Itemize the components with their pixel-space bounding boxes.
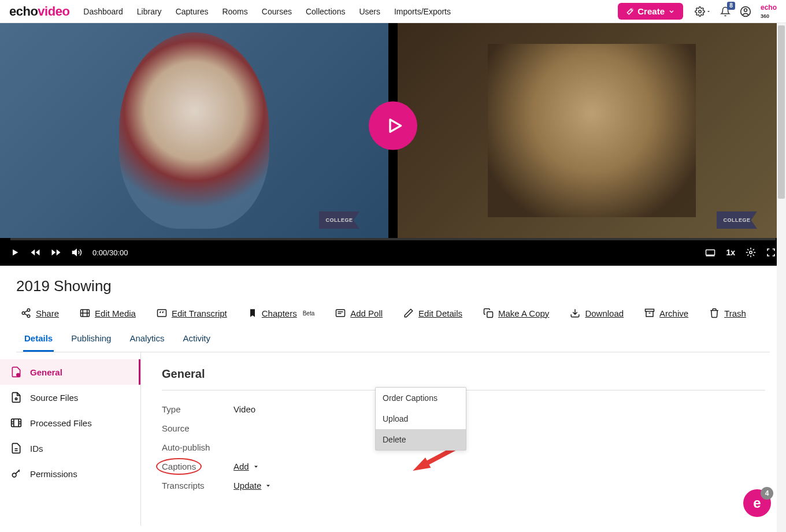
sidebar-item-source-files[interactable]: Source Files [0, 385, 140, 410]
tabs: Details Publishing Analytics Activity [16, 329, 770, 352]
svg-rect-27 [646, 309, 654, 311]
bookmark-icon [248, 308, 257, 318]
row-transcripts: Transcripts Update [162, 476, 765, 495]
popup-order-captions[interactable]: Order Captions [376, 388, 466, 408]
trash-icon [709, 308, 720, 318]
action-share[interactable]: Share [21, 308, 59, 318]
help-count: 4 [761, 487, 773, 500]
notif-badge: 8 [727, 2, 735, 10]
key-source: Source [162, 423, 233, 433]
key-autopublish: Auto-publish [162, 442, 233, 452]
pencil-icon [403, 308, 414, 318]
nav-captures[interactable]: Captures [176, 7, 209, 16]
pennant-left: COLLEGE [319, 211, 359, 229]
svg-rect-31 [12, 419, 21, 426]
svg-marker-8 [52, 250, 56, 256]
play-icon [385, 117, 404, 135]
share-icon [21, 308, 31, 318]
create-label: Create [637, 6, 665, 16]
action-edit-transcript[interactable]: Edit Transcript [157, 308, 227, 318]
svg-point-12 [750, 251, 752, 254]
action-edit-media[interactable]: Edit Media [80, 308, 136, 318]
svg-line-16 [24, 311, 27, 312]
echo360-logo[interactable]: echo360 [761, 3, 777, 20]
archive-icon [644, 308, 655, 318]
tab-publishing[interactable]: Publishing [70, 329, 112, 352]
svg-marker-7 [57, 250, 61, 256]
action-add-poll[interactable]: Add Poll [335, 308, 383, 318]
video-pane-right[interactable]: COLLEGE [398, 23, 786, 238]
sidebar-item-label: Permissions [30, 469, 77, 479]
forward-icon[interactable] [51, 247, 61, 258]
logo-part1: echo [9, 4, 38, 18]
video-player: COLLEGE COLLEGE 0:00/30:00 1x [0, 23, 786, 266]
chevron-down-icon [265, 482, 272, 489]
action-archive[interactable]: Archive [644, 308, 688, 318]
action-chapters[interactable]: ChaptersBeta [248, 308, 314, 318]
transcripts-update-link[interactable]: Update [233, 481, 272, 490]
sidebar-item-permissions[interactable]: Permissions [0, 461, 140, 486]
panel-title: General [162, 367, 765, 381]
nav-users[interactable]: Users [359, 7, 380, 16]
bell-icon[interactable]: 8 [720, 6, 731, 17]
captions-add-link[interactable]: Add [233, 462, 259, 471]
nav-courses[interactable]: Courses [262, 7, 292, 16]
settings-icon[interactable] [746, 247, 756, 258]
layout-icon[interactable] [705, 247, 715, 258]
action-edit-details[interactable]: Edit Details [403, 308, 462, 318]
key-icon [10, 468, 22, 479]
fullscreen-icon[interactable] [766, 248, 776, 257]
speed-display[interactable]: 1x [726, 248, 735, 257]
svg-marker-4 [13, 250, 18, 256]
sidebar-item-label: General [30, 367, 62, 377]
volume-icon[interactable] [72, 247, 82, 258]
action-make-copy[interactable]: Make A Copy [483, 308, 549, 318]
key-captions: Captions [162, 462, 233, 471]
rewind-icon[interactable] [30, 247, 40, 258]
logo[interactable]: echovideo [9, 4, 69, 19]
chevron-down-icon [668, 8, 675, 15]
file-icon [10, 392, 22, 403]
quote-icon [157, 308, 167, 318]
play-small-icon[interactable] [10, 248, 20, 257]
nav-collections[interactable]: Collections [306, 7, 345, 16]
svg-rect-22 [157, 310, 166, 317]
captions-dropdown: Order Captions Upload Delete [375, 387, 466, 451]
gear-icon[interactable] [695, 6, 711, 17]
svg-marker-3 [390, 120, 401, 132]
user-icon[interactable] [740, 6, 751, 17]
action-trash[interactable]: Trash [709, 308, 746, 318]
top-icons: 8 echo360 [695, 3, 777, 20]
sidebar-item-general[interactable]: i General [0, 359, 140, 385]
play-button[interactable] [369, 102, 417, 150]
download-icon [570, 308, 580, 318]
film-icon [80, 308, 90, 318]
video-pane-left[interactable]: COLLEGE [0, 23, 388, 238]
sidebar-item-processed-files[interactable]: Processed Files [0, 410, 140, 436]
nav-imports-exports[interactable]: Imports/Exports [394, 7, 451, 16]
nav-rooms[interactable]: Rooms [222, 7, 247, 16]
copy-icon [483, 308, 494, 318]
scrollbar[interactable] [777, 23, 786, 526]
svg-point-30 [15, 398, 17, 400]
progress-bar[interactable] [10, 238, 776, 240]
action-row: Share Edit Media Edit Transcript Chapter… [16, 308, 770, 318]
video-thumb-left [119, 32, 269, 229]
tab-activity[interactable]: Activity [181, 329, 212, 352]
create-button[interactable]: Create [618, 3, 683, 20]
svg-rect-10 [706, 250, 715, 255]
svg-marker-6 [36, 250, 40, 256]
film-strip-icon [10, 417, 22, 429]
nav-library[interactable]: Library [137, 7, 162, 16]
svg-rect-26 [487, 312, 493, 318]
tab-analytics[interactable]: Analytics [128, 329, 165, 352]
nav-dashboard[interactable]: Dashboard [83, 7, 123, 16]
help-fab[interactable]: e 4 [743, 489, 771, 517]
time-display: 0:00/30:00 [92, 248, 128, 257]
action-download[interactable]: Download [570, 308, 624, 318]
sidebar-item-ids[interactable]: IDs [0, 436, 140, 461]
popup-delete[interactable]: Delete [376, 429, 466, 450]
tab-details[interactable]: Details [23, 329, 54, 352]
scrollbar-thumb[interactable] [778, 25, 785, 199]
popup-upload[interactable]: Upload [376, 408, 466, 429]
